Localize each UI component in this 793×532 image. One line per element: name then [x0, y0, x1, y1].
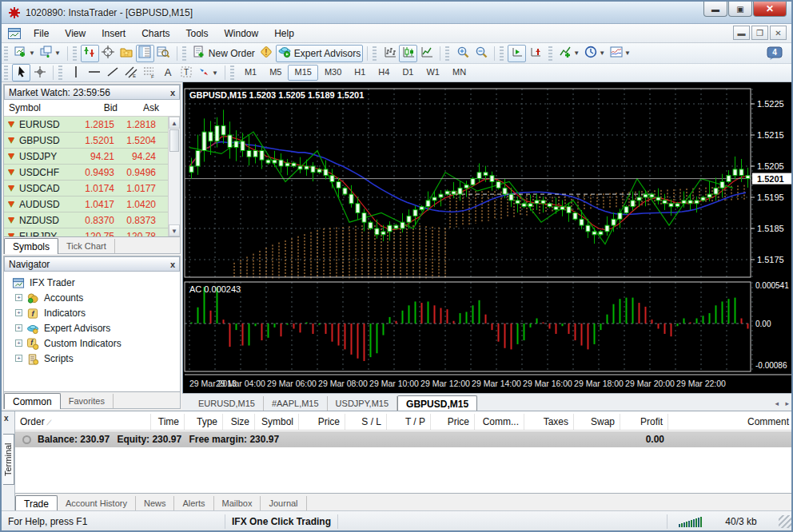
- periods-button[interactable]: ▼: [582, 45, 608, 62]
- chart-tab-usdjpym15[interactable]: USDJPY,M15: [328, 396, 397, 411]
- terminal-tab-trade[interactable]: Trade: [15, 495, 58, 511]
- market-watch-scrollbar[interactable]: ▲ ▼: [168, 117, 180, 236]
- terminal-tab-journal[interactable]: Journal: [261, 496, 306, 510]
- trendline-button[interactable]: [103, 64, 122, 81]
- terminal-column-price[interactable]: Price: [299, 414, 345, 430]
- chart-tab-gbpusdm15[interactable]: GBPUSD,M15: [397, 395, 477, 411]
- profiles-dropdown-icon[interactable]: ▼: [54, 50, 61, 57]
- chart-area[interactable]: 1.52251.52151.52051.51951.51851.51751.52…: [182, 82, 793, 393]
- text-button[interactable]: A: [158, 64, 177, 81]
- navigator-item-scripts[interactable]: +Scripts: [9, 351, 180, 366]
- quote-row-nzdusd[interactable]: NZDUSD0.83700.8373: [4, 212, 168, 228]
- notifications-button[interactable]: 4: [764, 45, 785, 62]
- line-chart-button[interactable]: [417, 45, 436, 62]
- navigator-tab-common[interactable]: Common: [4, 393, 61, 409]
- zoom-out-button[interactable]: [472, 45, 490, 62]
- navigator-header[interactable]: Navigator x: [4, 256, 180, 272]
- arrows-button[interactable]: ▼: [195, 64, 221, 81]
- terminal-column-time[interactable]: Time: [151, 414, 185, 430]
- navigator-item-expert-advisors[interactable]: +Expert Advisors: [9, 320, 180, 335]
- timeframe-d1[interactable]: D1: [396, 65, 420, 81]
- terminal-vertical-tab[interactable]: Terminal: [3, 434, 14, 485]
- menu-view[interactable]: View: [57, 26, 94, 42]
- market-watch-close-icon[interactable]: x: [170, 89, 175, 97]
- timeframe-h4[interactable]: H4: [372, 65, 396, 81]
- quote-row-usdchf[interactable]: USDCHF0.94930.9496: [4, 165, 168, 181]
- chart-shift-button[interactable]: [526, 45, 544, 62]
- menu-tools[interactable]: Tools: [178, 26, 217, 42]
- child-minimize-button[interactable]: ▬: [733, 26, 750, 40]
- new-order-button[interactable]: New Order: [190, 45, 257, 62]
- menu-help[interactable]: Help: [266, 26, 302, 42]
- navigator-tab-favorites[interactable]: Favorites: [61, 394, 114, 408]
- navigator-item-indicators[interactable]: +fIndicators: [9, 305, 180, 320]
- terminal-column-order[interactable]: Order ⟋: [15, 414, 151, 430]
- scroll-up-icon[interactable]: ▲: [169, 117, 180, 129]
- timeframe-w1[interactable]: W1: [420, 65, 446, 81]
- vertical-line-button[interactable]: [66, 64, 85, 81]
- terminal-column-symbol[interactable]: Symbol: [255, 414, 299, 430]
- crosshair-button[interactable]: [30, 64, 49, 81]
- column-ask[interactable]: Ask: [122, 100, 164, 116]
- timeframe-m1[interactable]: M1: [238, 65, 263, 81]
- quote-row-usdcad[interactable]: USDCAD1.01741.0177: [4, 181, 168, 197]
- quote-row-gbpusd[interactable]: GBPUSD1.52011.5204: [4, 133, 168, 149]
- favorites-button[interactable]: [118, 45, 136, 62]
- market-watch-tab-symbols[interactable]: Symbols: [4, 238, 58, 254]
- timeframe-m5[interactable]: M5: [263, 65, 288, 81]
- column-bid[interactable]: Bid: [81, 100, 122, 116]
- menu-insert[interactable]: Insert: [94, 26, 133, 42]
- menu-file[interactable]: File: [26, 26, 57, 42]
- minimize-button[interactable]: ▬: [703, 2, 727, 17]
- profiles-button[interactable]: ▼: [38, 45, 63, 62]
- text-label-button[interactable]: T: [177, 64, 195, 81]
- resize-grip[interactable]: [779, 515, 791, 528]
- alert-warning-button[interactable]: !: [257, 45, 276, 62]
- terminal-column-tp[interactable]: T / P: [387, 414, 431, 430]
- terminal-column-profit[interactable]: Profit: [620, 414, 668, 430]
- chart-tab-eurusdm15[interactable]: EURUSD,M15: [190, 396, 264, 411]
- tick-chart-button[interactable]: [81, 45, 99, 62]
- quote-row-eurjpy[interactable]: EURJPY120.75120.78: [4, 228, 168, 236]
- templates-button[interactable]: ▼: [608, 45, 633, 62]
- timeframe-mn[interactable]: MN: [446, 65, 472, 81]
- periods-dropdown-icon[interactable]: ▼: [599, 50, 605, 57]
- market-watch-header[interactable]: Market Watch: 23:59:56 x: [4, 85, 180, 100]
- templates-dropdown-icon[interactable]: ▼: [624, 50, 631, 57]
- terminal-column-taxes[interactable]: Taxes: [524, 414, 574, 430]
- quote-row-usdjpy[interactable]: USDJPY94.2194.24: [4, 149, 168, 165]
- new-chart-dropdown-icon[interactable]: ▼: [29, 50, 35, 57]
- navigator-root[interactable]: IFX Trader: [9, 275, 180, 290]
- one-click-trading-label[interactable]: IFX One Click Trading: [225, 514, 338, 529]
- menu-window[interactable]: Window: [217, 26, 267, 42]
- child-restore-button[interactable]: ❐: [751, 26, 768, 40]
- terminal-column-sl[interactable]: S / L: [345, 414, 387, 430]
- child-close-button[interactable]: ✕: [770, 26, 787, 40]
- cursor-button[interactable]: [12, 64, 30, 81]
- indicators-add-button[interactable]: ▼: [556, 45, 582, 62]
- terminal-tab-account-history[interactable]: Account History: [58, 496, 136, 510]
- auto-scroll-button[interactable]: [508, 45, 526, 62]
- terminal-column-comment[interactable]: Comment: [668, 414, 793, 430]
- navigator-item-accounts[interactable]: +Accounts: [9, 290, 180, 305]
- terminal-column-price[interactable]: Price: [431, 414, 475, 430]
- chart-tab-aaplm15[interactable]: #AAPL,M15: [264, 396, 328, 411]
- terminal-column-comm[interactable]: Comm...: [475, 414, 524, 430]
- market-watch-toggle-button[interactable]: [136, 45, 154, 62]
- terminal-column-swap[interactable]: Swap: [574, 414, 620, 430]
- expand-plus-icon[interactable]: +: [15, 309, 22, 316]
- column-symbol[interactable]: Symbol: [4, 100, 81, 116]
- fibonacci-button[interactable]: F: [140, 64, 158, 81]
- timeframe-m15[interactable]: M15: [288, 65, 317, 81]
- tab-scroll-arrows-icon[interactable]: ◂ ▸: [775, 399, 791, 407]
- terminal-tab-news[interactable]: News: [136, 496, 175, 510]
- expand-plus-icon[interactable]: +: [15, 339, 22, 347]
- terminal-tab-alerts[interactable]: Alerts: [174, 496, 213, 510]
- menu-charts[interactable]: Charts: [133, 26, 177, 42]
- expand-plus-icon[interactable]: +: [15, 355, 22, 362]
- market-watch-tab-tick-chart[interactable]: Tick Chart: [58, 239, 115, 253]
- navigator-item-custom-indicators[interactable]: +fCustom Indicators: [9, 335, 180, 351]
- expand-plus-icon[interactable]: +: [15, 294, 22, 301]
- equidistant-channel-button[interactable]: E: [122, 64, 140, 81]
- terminal-tab-mailbox[interactable]: Mailbox: [214, 496, 261, 510]
